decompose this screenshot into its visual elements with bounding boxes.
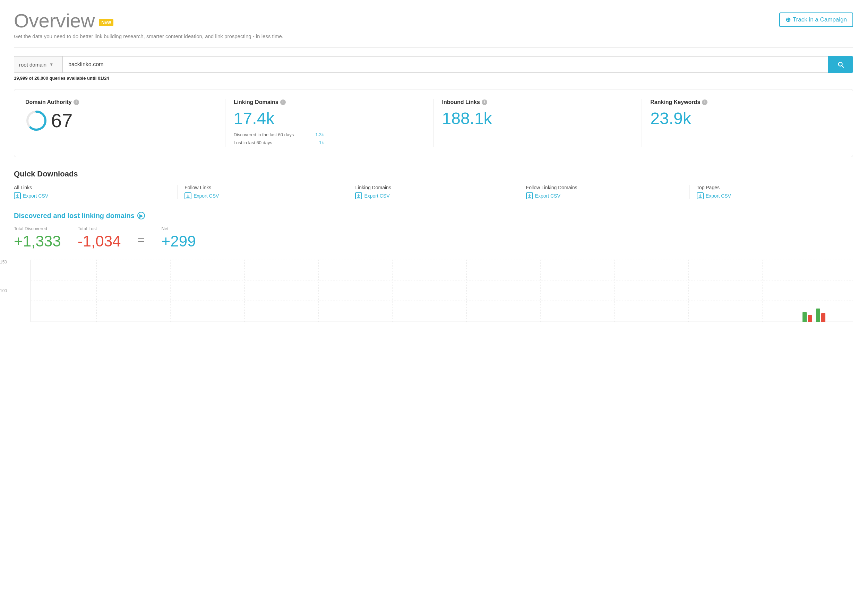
- export-label-1: Export CSV: [194, 193, 219, 199]
- total-discovered-block: Total Discovered +1,333: [14, 226, 61, 250]
- domain-authority-circle: [25, 110, 47, 132]
- total-discovered-value: +1,333: [14, 233, 61, 250]
- download-icon-1: [186, 194, 190, 198]
- stats-card: Domain Authority i 67 Linking Domains i …: [14, 89, 853, 157]
- linking-domains-block: Linking Domains i 17.4k Discovered in th…: [225, 99, 433, 147]
- queries-text: 19,999 of 20,000 queries available until…: [14, 75, 853, 81]
- title-area: Overview NEW: [14, 11, 113, 30]
- discovered-arrow-icon[interactable]: ▶: [137, 212, 145, 219]
- download-label-3: Follow Linking Domains: [526, 185, 683, 190]
- download-item-2: Linking Domains Export CSV: [348, 185, 518, 199]
- search-row: root domain ▼: [14, 56, 853, 73]
- page-subtitle: Get the data you need to do better link …: [14, 33, 853, 39]
- chart-area: [30, 260, 853, 322]
- track-campaign-label: Track in a Campaign: [793, 16, 847, 23]
- page-header: Overview NEW ⊕ Track in a Campaign: [14, 11, 853, 30]
- download-label-2: Linking Domains: [355, 185, 511, 190]
- domain-authority-value: 67: [51, 111, 72, 130]
- download-icon-0: [15, 194, 19, 198]
- download-label-4: Top Pages: [697, 185, 853, 190]
- domain-authority-info-icon[interactable]: i: [74, 99, 79, 105]
- inbound-links-value: 188.1k: [442, 110, 634, 128]
- export-icon-3: [526, 192, 533, 199]
- da-value-row: 67: [25, 110, 217, 132]
- export-csv-link-3[interactable]: Export CSV: [526, 192, 683, 199]
- domain-type-select[interactable]: root domain ▼: [14, 56, 63, 73]
- chart-grid: [31, 260, 853, 322]
- inbound-links-block: Inbound Links i 188.1k: [433, 99, 642, 147]
- download-item-3: Follow Linking Domains Export CSV: [519, 185, 689, 199]
- divider: [14, 47, 853, 48]
- total-lost-block: Total Lost -1,034: [78, 226, 121, 250]
- export-label-4: Export CSV: [706, 193, 731, 199]
- download-icon-2: [357, 194, 361, 198]
- search-button[interactable]: [828, 56, 853, 73]
- metrics-row: Total Discovered +1,333 Total Lost -1,03…: [14, 226, 853, 250]
- export-label-3: Export CSV: [535, 193, 560, 199]
- discovered-title: Discovered and lost linking domains ▶: [14, 212, 853, 220]
- total-discovered-label: Total Discovered: [14, 226, 61, 231]
- domain-type-value: root domain: [19, 62, 46, 68]
- chevron-down-icon: ▼: [49, 62, 53, 67]
- page-title: Overview: [14, 11, 95, 30]
- chart-y-label-150: 150: [0, 260, 7, 264]
- total-lost-value: -1,034: [78, 233, 121, 250]
- export-icon-2: [355, 192, 362, 199]
- ranking-keywords-value: 23.9k: [650, 110, 842, 128]
- ranking-keywords-info-icon[interactable]: i: [702, 99, 708, 105]
- new-badge: NEW: [99, 19, 113, 26]
- downloads-row: All Links Export CSV Follow Links Export…: [14, 185, 853, 199]
- bar-red-1: [808, 315, 812, 322]
- quick-downloads-title: Quick Downloads: [14, 170, 853, 179]
- equals-sign: =: [138, 233, 145, 248]
- net-value: +299: [162, 233, 196, 250]
- chart-container: 150 100 0: [14, 260, 853, 322]
- total-lost-label: Total Lost: [78, 226, 121, 231]
- download-item-0: All Links Export CSV: [14, 185, 177, 199]
- download-label-0: All Links: [14, 185, 170, 190]
- search-icon: [837, 61, 845, 68]
- chart-y-labels: 150 100 0: [0, 260, 7, 322]
- export-icon-1: [184, 192, 192, 199]
- download-icon-3: [527, 194, 532, 198]
- search-input[interactable]: [63, 56, 828, 73]
- inbound-links-info-icon[interactable]: i: [482, 99, 487, 105]
- export-icon-4: [697, 192, 704, 199]
- bar-red-2: [821, 313, 825, 322]
- download-item-1: Follow Links Export CSV: [177, 185, 348, 199]
- chart-bars: [802, 308, 825, 322]
- download-item-4: Top Pages Export CSV: [689, 185, 853, 199]
- domain-authority-block: Domain Authority i 67: [25, 99, 225, 147]
- inbound-links-label: Inbound Links i: [442, 99, 634, 105]
- download-label-1: Follow Links: [184, 185, 341, 190]
- ranking-keywords-label: Ranking Keywords i: [650, 99, 842, 105]
- plus-icon: ⊕: [785, 16, 791, 24]
- domain-authority-label: Domain Authority i: [25, 99, 217, 105]
- export-label-2: Export CSV: [364, 193, 389, 199]
- export-csv-link-0[interactable]: Export CSV: [14, 192, 170, 199]
- net-block: Net +299: [162, 226, 196, 250]
- bar-green-1: [802, 312, 807, 322]
- linking-domains-value: 17.4k: [234, 110, 425, 128]
- download-icon-4: [698, 194, 702, 198]
- export-label-0: Export CSV: [23, 193, 48, 199]
- linking-domains-label: Linking Domains i: [234, 99, 425, 105]
- net-label: Net: [162, 226, 196, 231]
- bar-green-2: [816, 308, 820, 322]
- export-csv-link-2[interactable]: Export CSV: [355, 192, 511, 199]
- linking-domains-sub: Discovered in the last 60 days 1.3k Lost…: [234, 131, 425, 147]
- chart-y-label-100: 100: [0, 288, 7, 293]
- export-csv-link-1[interactable]: Export CSV: [184, 192, 341, 199]
- ranking-keywords-block: Ranking Keywords i 23.9k: [642, 99, 842, 147]
- export-icon-0: [14, 192, 21, 199]
- track-campaign-button[interactable]: ⊕ Track in a Campaign: [779, 13, 853, 27]
- export-csv-link-4[interactable]: Export CSV: [697, 192, 853, 199]
- linking-domains-info-icon[interactable]: i: [280, 99, 286, 105]
